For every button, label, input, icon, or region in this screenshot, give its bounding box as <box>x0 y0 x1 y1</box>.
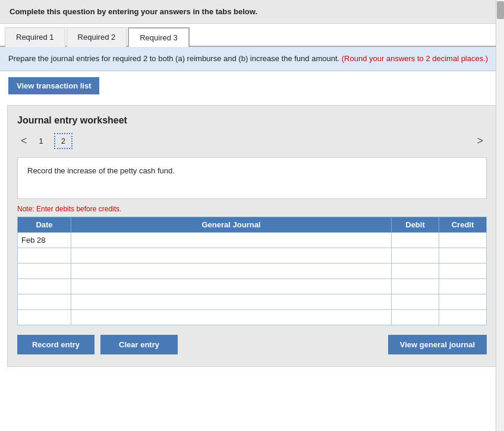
debit-input-4[interactable] <box>392 294 439 309</box>
col-header-debit: Debit <box>392 217 439 232</box>
credit-cell-4[interactable] <box>439 294 487 309</box>
col-header-gj: General Journal <box>71 217 392 232</box>
debit-cell-5[interactable] <box>392 309 439 325</box>
credit-input-4[interactable] <box>439 294 486 309</box>
table-row <box>18 248 487 263</box>
worksheet-container: Journal entry worksheet < 1 2 > Record t… <box>7 105 497 367</box>
gj-input-3[interactable] <box>71 279 391 294</box>
table-row <box>18 278 487 294</box>
gj-input-0[interactable] <box>71 233 391 248</box>
table-row <box>18 294 487 309</box>
credit-cell-3[interactable] <box>439 278 487 294</box>
credit-input-0[interactable] <box>439 233 486 248</box>
gj-cell-5[interactable] <box>71 309 392 325</box>
tab-required2[interactable]: Required 2 <box>67 27 127 47</box>
table-row: Feb 28 <box>18 232 487 248</box>
nav-row: < 1 2 > <box>17 133 487 149</box>
round-note: (Round your answers to 2 decimal places.… <box>342 54 488 63</box>
table-row <box>18 309 487 325</box>
debit-cell-2[interactable] <box>392 263 439 278</box>
actions-row: Record entry Clear entry View general jo… <box>17 335 487 354</box>
gj-input-1[interactable] <box>71 248 391 263</box>
journal-table: Date General Journal Debit Credit Feb 28 <box>17 217 487 325</box>
gj-cell-0[interactable] <box>71 232 392 248</box>
tab-required3[interactable]: Required 3 <box>128 27 190 47</box>
debit-cell-0[interactable] <box>392 232 439 248</box>
debit-input-1[interactable] <box>392 248 439 263</box>
instructions-main-text: Prepare the journal entries for required… <box>8 54 339 63</box>
credit-cell-5[interactable] <box>439 309 487 325</box>
gj-cell-4[interactable] <box>71 294 392 309</box>
record-description: Record the increase of the petty cash fu… <box>17 157 487 199</box>
credit-input-1[interactable] <box>439 248 486 263</box>
prev-page-arrow[interactable]: < <box>17 135 31 147</box>
scrollbar-thumb[interactable] <box>497 1 504 19</box>
instructions-box: Prepare the journal entries for required… <box>0 47 504 71</box>
debit-input-5[interactable] <box>392 310 439 325</box>
debit-cell-1[interactable] <box>392 248 439 263</box>
gj-cell-2[interactable] <box>71 263 392 278</box>
view-general-journal-button[interactable]: View general journal <box>388 335 487 354</box>
tabs-bar: Required 1 Required 2 Required 3 <box>0 26 504 47</box>
scrollbar[interactable] <box>496 0 504 431</box>
credit-cell-0[interactable] <box>439 232 487 248</box>
date-cell-2 <box>18 263 71 278</box>
gj-input-4[interactable] <box>71 294 391 309</box>
tab-required1[interactable]: Required 1 <box>5 27 65 47</box>
clear-entry-button[interactable]: Clear entry <box>100 335 178 354</box>
view-transaction-button[interactable]: View transaction list <box>8 77 99 94</box>
credit-cell-2[interactable] <box>439 263 487 278</box>
page-2-btn[interactable]: 2 <box>54 133 73 149</box>
col-header-credit: Credit <box>439 217 487 232</box>
debit-cell-4[interactable] <box>392 294 439 309</box>
debit-input-2[interactable] <box>392 264 439 278</box>
date-cell-3 <box>18 278 71 294</box>
next-page-arrow[interactable]: > <box>473 135 487 147</box>
date-cell-0: Feb 28 <box>18 232 71 248</box>
gj-input-5[interactable] <box>71 310 391 325</box>
gj-cell-3[interactable] <box>71 278 392 294</box>
credit-input-5[interactable] <box>439 310 486 325</box>
gj-cell-1[interactable] <box>71 248 392 263</box>
page-1-btn[interactable]: 1 <box>33 134 49 148</box>
top-instruction: Complete this question by entering your … <box>0 0 504 24</box>
credit-input-3[interactable] <box>439 279 486 294</box>
credit-input-2[interactable] <box>439 264 486 278</box>
date-cell-1 <box>18 248 71 263</box>
gj-input-2[interactable] <box>71 264 391 278</box>
debit-cell-3[interactable] <box>392 278 439 294</box>
date-cell-5 <box>18 309 71 325</box>
worksheet-title: Journal entry worksheet <box>17 115 487 126</box>
debit-input-3[interactable] <box>392 279 439 294</box>
debit-credit-note: Note: Enter debits before credits. <box>17 205 487 213</box>
record-entry-button[interactable]: Record entry <box>17 335 94 354</box>
credit-cell-1[interactable] <box>439 248 487 263</box>
date-cell-4 <box>18 294 71 309</box>
col-header-date: Date <box>18 217 71 232</box>
debit-input-0[interactable] <box>392 233 439 248</box>
table-row <box>18 263 487 278</box>
